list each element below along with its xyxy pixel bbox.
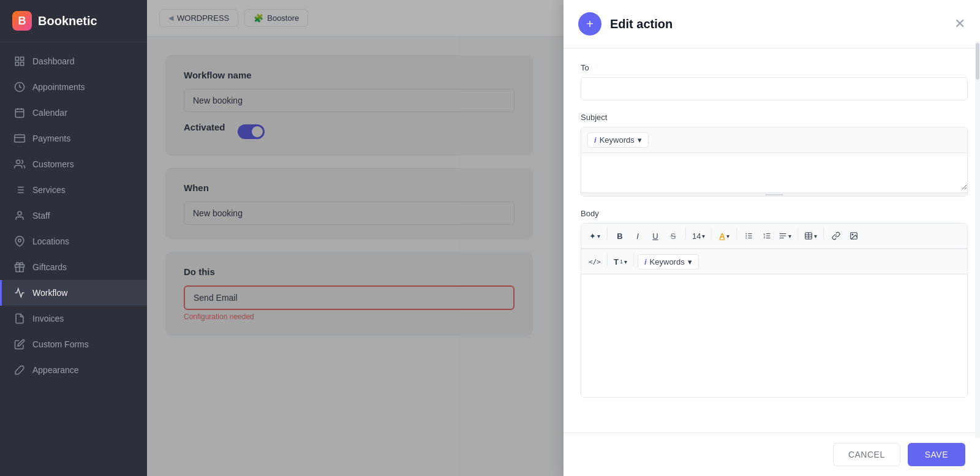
toolbar-sep-3: [711, 227, 712, 240]
sidebar-item-services[interactable]: Services: [0, 177, 147, 203]
fontsize-btn[interactable]: 14 ▾: [690, 227, 707, 244]
edit-panel-body: To Subject i Keywords ▾: [564, 48, 980, 433]
toolbar-group-format: B I U S: [611, 227, 682, 244]
align-btn[interactable]: ▾: [776, 227, 794, 244]
sidebar-logo: B Booknetic: [0, 0, 147, 42]
magic-icon: ✦: [589, 232, 596, 241]
scrollbar-thumb[interactable]: [976, 43, 979, 80]
svg-point-19: [18, 239, 21, 242]
toolbar-group-body-keywords: i Keywords ▾: [638, 253, 699, 270]
keywords-i-icon: i: [594, 135, 597, 145]
creditcard-icon: [14, 133, 25, 144]
sidebar-nav: Dashboard Appointments Calendar Payments…: [0, 42, 147, 476]
magic-dropdown-icon: ▾: [597, 233, 600, 240]
bold-btn[interactable]: B: [611, 227, 628, 244]
textcolor-dropdown-icon: ▾: [726, 233, 729, 240]
body-editor-wrapper: ✦ ▾ B I U S: [581, 223, 968, 398]
toolbar-group-table: ▾: [802, 227, 820, 244]
align-icon: [778, 232, 787, 240]
svg-rect-0: [15, 57, 18, 60]
table-btn[interactable]: ▾: [802, 227, 820, 244]
sidebar-item-invoices[interactable]: Invoices: [0, 306, 147, 331]
close-icon[interactable]: ✕: [954, 17, 965, 31]
edit-icon: [14, 339, 25, 350]
link-icon: [832, 232, 840, 240]
number-list-icon: [763, 232, 771, 240]
to-field-group: To: [581, 63, 968, 100]
subject-wrapper: i Keywords ▾: [581, 127, 968, 197]
toolbar-group-color: A ▾: [715, 227, 733, 244]
bullet-list-btn[interactable]: [741, 227, 758, 244]
underline-btn[interactable]: U: [647, 227, 664, 244]
sidebar-item-giftcards[interactable]: Giftcards: [0, 254, 147, 280]
file-icon: [14, 313, 25, 324]
toolbar-sep-8: [633, 253, 634, 265]
body-keywords-i-icon: i: [644, 257, 647, 266]
sidebar-item-dashboard[interactable]: Dashboard: [0, 48, 147, 74]
textcolor-icon: A: [719, 232, 725, 241]
sidebar-item-appointments[interactable]: Appointments: [0, 74, 147, 100]
svg-point-27: [746, 238, 747, 239]
brush-icon: [14, 365, 25, 376]
body-keywords-btn[interactable]: i Keywords ▾: [638, 254, 699, 270]
list-icon: [14, 184, 25, 195]
toolbar-sep-5: [797, 227, 798, 240]
calendar-icon: [14, 107, 25, 118]
to-input[interactable]: [581, 77, 968, 100]
text-type-dropdown-icon: ▾: [624, 259, 627, 265]
fontsize-value: 14: [692, 232, 701, 241]
bullet-list-icon: [745, 232, 753, 240]
sidebar-item-workflow[interactable]: Workflow: [0, 280, 147, 306]
main-area: ◀ WORDPRESS 🧩 Boostore Workflow name Act…: [147, 0, 980, 476]
location-icon: [14, 236, 25, 247]
textcolor-btn[interactable]: A ▾: [715, 227, 733, 244]
table-icon: [804, 232, 813, 240]
toolbar-sep-7: [607, 253, 608, 265]
body-content-area[interactable]: [581, 274, 967, 397]
svg-point-26: [746, 235, 747, 236]
magic-btn[interactable]: ✦ ▾: [586, 227, 603, 244]
italic-btn[interactable]: I: [629, 227, 646, 244]
toolbar-sep-4: [736, 227, 737, 240]
app-name: Booknetic: [38, 14, 97, 28]
toolbar-sep-1: [607, 227, 608, 240]
toolbar-sep-6: [823, 227, 824, 240]
toolbar-group-code: </>: [586, 253, 603, 270]
subject-keywords-btn[interactable]: i Keywords ▾: [587, 132, 649, 148]
sidebar-item-locations[interactable]: Locations: [0, 229, 147, 254]
toolbar-group-magic: ✦ ▾: [586, 227, 603, 244]
sidebar-item-payments[interactable]: Payments: [0, 126, 147, 151]
edit-action-panel: + Edit action ✕ To Subject i Keywords: [564, 0, 980, 476]
gift-icon: [14, 262, 25, 273]
svg-rect-5: [15, 109, 24, 118]
svg-point-18: [18, 211, 21, 215]
save-button[interactable]: SAVE: [908, 443, 965, 466]
edit-action-icon: +: [578, 12, 601, 36]
sidebar-item-staff[interactable]: Staff: [0, 203, 147, 229]
sidebar-item-custom-forms[interactable]: Custom Forms: [0, 331, 147, 357]
text-type-icon: 1: [620, 259, 623, 265]
strikethrough-btn[interactable]: S: [665, 227, 682, 244]
edit-panel-footer: CANCEL SAVE: [564, 433, 980, 476]
users-icon: [14, 159, 25, 170]
svg-rect-9: [15, 135, 25, 142]
code-btn[interactable]: </>: [586, 253, 603, 270]
link-btn[interactable]: [827, 227, 845, 244]
cancel-button[interactable]: CANCEL: [833, 443, 900, 466]
scrollbar-track[interactable]: [975, 42, 980, 438]
subject-textarea[interactable]: [581, 153, 967, 190]
subject-resize-handle[interactable]: [581, 192, 967, 196]
toolbar-sep-2: [685, 227, 686, 240]
align-dropdown-icon: ▾: [788, 233, 791, 240]
body-keywords-dropdown-icon: ▾: [688, 257, 692, 266]
sidebar-item-customers[interactable]: Customers: [0, 151, 147, 177]
sidebar-item-appearance[interactable]: Appearance: [0, 357, 147, 383]
number-list-btn[interactable]: [758, 227, 775, 244]
toolbar-group-fontsize: 14 ▾: [690, 227, 707, 244]
text-type-btn[interactable]: T 1 ▾: [611, 253, 630, 270]
body-label: Body: [581, 209, 968, 218]
image-icon: [850, 232, 858, 240]
workflow-icon: [14, 287, 25, 298]
sidebar-item-calendar[interactable]: Calendar: [0, 100, 147, 126]
image-btn[interactable]: [845, 227, 862, 244]
